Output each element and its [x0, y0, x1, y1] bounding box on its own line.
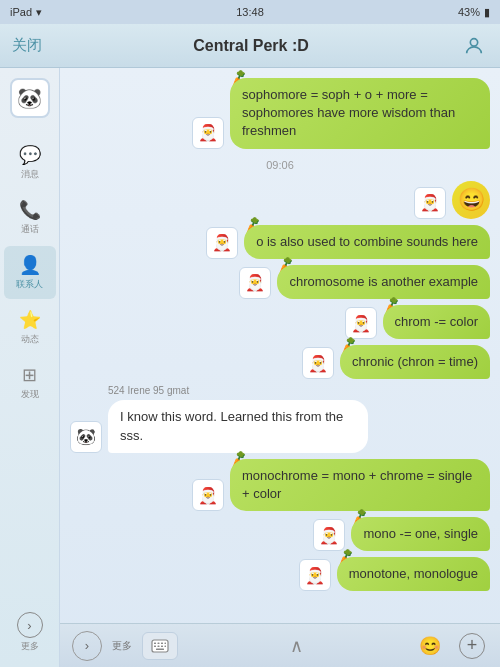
- sidebar-item-favorites[interactable]: ⭐ 动态: [4, 301, 56, 354]
- sender-avatar: 🎅: [192, 117, 224, 149]
- svg-rect-10: [156, 648, 164, 650]
- sent-bubble: chrom -= color: [383, 305, 490, 339]
- chat-messages: 🥕 sophomore = soph + o + more = sophomor…: [60, 68, 500, 623]
- status-left: iPad ▾: [10, 6, 42, 19]
- emoji-bubble: 😄: [452, 181, 490, 219]
- sent-bubble: sophomore = soph + o + more = sophomores…: [230, 78, 490, 149]
- status-right: 43% ▮: [458, 6, 490, 19]
- sender-avatar: 🎅: [414, 187, 446, 219]
- time-label: 09:06: [70, 159, 490, 171]
- message-row: 🥕 o is also used to combine sounds here …: [70, 225, 490, 259]
- sent-bubble: chronic (chron = time): [340, 345, 490, 379]
- message-row: 🥕 monotone, monologue 🎅: [70, 557, 490, 591]
- user-avatar: 🐼: [10, 78, 50, 118]
- battery-percent: 43%: [458, 6, 480, 18]
- svg-rect-6: [154, 645, 156, 647]
- bubble-wrap: 🥕 chrom -= color: [383, 305, 490, 339]
- bubble-wrap: 🥕 chronic (chron = time): [340, 345, 490, 379]
- discover-icon: ⊞: [22, 364, 37, 386]
- sent-bubble: monochrome = mono + chrome = single + co…: [230, 459, 490, 511]
- chat-area: 🥕 sophomore = soph + o + more = sophomor…: [60, 68, 500, 667]
- sender-avatar: 🎅: [302, 347, 334, 379]
- user-info-text: 524 Irene 95 gmat: [108, 385, 189, 396]
- sender-avatar: 🎅: [299, 559, 331, 591]
- keyboard-button[interactable]: [142, 632, 178, 660]
- battery-icon: ▮: [484, 6, 490, 19]
- plus-icon: +: [467, 635, 478, 656]
- chat-title: Central Perk :D: [193, 37, 309, 55]
- sender-avatar: 🎅: [239, 267, 271, 299]
- received-bubble: I know this word. Learned this from the …: [108, 400, 368, 452]
- bubble-wrap: 🥕 monotone, monologue: [337, 557, 490, 591]
- messages-icon: 💬: [19, 144, 41, 166]
- contacts-label: 联系人: [16, 278, 43, 291]
- calls-icon: 📞: [19, 199, 41, 221]
- wifi-icon: ▾: [36, 6, 42, 19]
- message-row: 🥕 monochrome = mono + chrome = single + …: [70, 459, 490, 511]
- message-row: 🥕 chronic (chron = time) 🎅: [70, 345, 490, 379]
- message-row: 🥕 chrom -= color 🎅: [70, 305, 490, 339]
- sender-avatar: 🎅: [345, 307, 377, 339]
- messages-label: 消息: [21, 168, 39, 181]
- sent-bubble: o is also used to combine sounds here: [244, 225, 490, 259]
- status-bar: iPad ▾ 13:48 43% ▮: [0, 0, 500, 24]
- discover-label: 发现: [21, 388, 39, 401]
- add-button[interactable]: +: [456, 630, 488, 662]
- message-row: 🥕 sophomore = soph + o + more = sophomor…: [70, 78, 490, 149]
- sidebar-item-more[interactable]: › 更多: [4, 606, 56, 659]
- sidebar-nav: 💬 消息 📞 通话 👤 联系人 ⭐ 动态 ⊞ 发现: [4, 136, 56, 606]
- up-arrow-button[interactable]: ∧: [290, 635, 303, 657]
- message-row: 🐼 I know this word. Learned this from th…: [70, 400, 490, 452]
- sidebar: 🐼 💬 消息 📞 通话 👤 联系人 ⭐ 动态 ⊞ 发现: [0, 68, 60, 667]
- toolbar-left: › 更多: [72, 631, 178, 661]
- receiver-avatar: 🐼: [70, 421, 102, 453]
- sidebar-item-discover[interactable]: ⊞ 发现: [4, 356, 56, 409]
- svg-rect-4: [161, 642, 163, 644]
- close-button[interactable]: 关闭: [12, 36, 42, 55]
- sidebar-item-contacts[interactable]: 👤 联系人: [4, 246, 56, 299]
- sent-bubble: mono -= one, single: [351, 517, 490, 551]
- chat-header: 关闭 Central Perk :D: [0, 24, 500, 68]
- up-arrow-icon: ∧: [290, 636, 303, 656]
- bubble-wrap: 🥕 sophomore = soph + o + more = sophomor…: [230, 78, 490, 149]
- svg-rect-2: [154, 642, 156, 644]
- main-layout: 🐼 💬 消息 📞 通话 👤 联系人 ⭐ 动态 ⊞ 发现: [0, 68, 500, 667]
- bubble-wrap: 🥕 o is also used to combine sounds here: [244, 225, 490, 259]
- sent-bubble: monotone, monologue: [337, 557, 490, 591]
- svg-rect-7: [158, 645, 160, 647]
- sidebar-item-messages[interactable]: 💬 消息: [4, 136, 56, 189]
- status-time: 13:48: [236, 6, 264, 18]
- bubble-wrap: 🥕 mono -= one, single: [351, 517, 490, 551]
- message-row: 😄 🎅: [70, 181, 490, 219]
- svg-point-0: [470, 38, 477, 45]
- favorites-icon: ⭐: [19, 309, 41, 331]
- contacts-icon: 👤: [19, 254, 41, 276]
- sender-avatar: 🎅: [313, 519, 345, 551]
- bubble-wrap: 🥕 monochrome = mono + chrome = single + …: [230, 459, 490, 511]
- svg-rect-3: [158, 642, 160, 644]
- chevron-right-icon: ›: [85, 638, 89, 653]
- emoji-button[interactable]: 😊: [414, 630, 446, 662]
- user-info-row: 524 Irene 95 gmat: [108, 385, 490, 396]
- profile-button[interactable]: [460, 32, 488, 60]
- svg-rect-9: [165, 645, 167, 647]
- sidebar-item-calls[interactable]: 📞 通话: [4, 191, 56, 244]
- more-icon: ›: [27, 618, 31, 633]
- favorites-label: 动态: [21, 333, 39, 346]
- sidebar-bottom: › 更多: [4, 606, 56, 667]
- calls-label: 通话: [21, 223, 39, 236]
- toolbar-right: 😊 +: [414, 630, 488, 662]
- sender-avatar: 🎅: [192, 479, 224, 511]
- more-text-label: 更多: [112, 639, 132, 653]
- more-label: 更多: [21, 640, 39, 653]
- more-button[interactable]: ›: [72, 631, 102, 661]
- ipad-label: iPad: [10, 6, 32, 18]
- sent-bubble: chromosome is another example: [277, 265, 490, 299]
- svg-rect-8: [161, 645, 163, 647]
- message-row: 🥕 chromosome is another example 🎅: [70, 265, 490, 299]
- svg-rect-5: [165, 642, 167, 644]
- emoji-icon: 😊: [419, 635, 441, 657]
- message-row: 🥕 mono -= one, single 🎅: [70, 517, 490, 551]
- sender-avatar: 🎅: [206, 227, 238, 259]
- bubble-wrap: 🥕 chromosome is another example: [277, 265, 490, 299]
